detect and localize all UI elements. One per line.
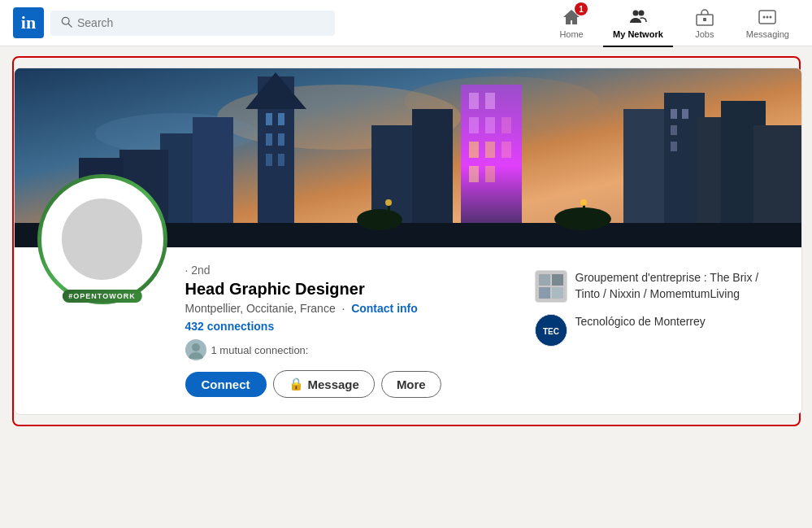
svg-rect-64: [552, 287, 563, 299]
avatar-placeholder: [62, 199, 142, 279]
svg-rect-32: [278, 154, 284, 166]
network-icon-wrap: [627, 7, 649, 28]
nav-item-messaging[interactable]: Messaging: [736, 7, 799, 39]
messaging-icon-wrap: [756, 7, 779, 28]
svg-rect-20: [469, 93, 479, 109]
svg-line-1: [68, 24, 72, 27]
more-button[interactable]: More: [381, 371, 441, 398]
svg-rect-63: [539, 287, 550, 299]
profile-card: #OPENTOWORK · 2nd Head Graphic Designer …: [14, 68, 802, 415]
svg-rect-24: [502, 117, 511, 133]
svg-rect-52: [502, 142, 511, 158]
my-network-label: My Network: [613, 29, 663, 39]
svg-point-47: [385, 199, 392, 206]
nav-item-jobs[interactable]: Jobs: [676, 7, 733, 39]
jobs-icon-wrap: [693, 7, 716, 28]
svg-rect-55: [671, 109, 677, 119]
svg-point-7: [763, 16, 766, 19]
open-to-work-label: #OPENTOWORK: [62, 290, 141, 303]
svg-point-42: [357, 209, 402, 230]
home-label: Home: [559, 29, 583, 39]
svg-rect-31: [266, 154, 272, 166]
search-input[interactable]: [77, 16, 324, 29]
mutual-connection: 1 mutual connection:: [185, 339, 535, 360]
svg-rect-57: [671, 125, 677, 135]
search-bar[interactable]: [50, 11, 335, 36]
svg-rect-48: [583, 205, 585, 223]
avatar-circle: [41, 178, 163, 300]
top-navigation: in 1 Home: [0, 0, 812, 46]
action-buttons: Connect 🔒 Message More: [185, 370, 535, 398]
svg-rect-61: [539, 274, 550, 286]
svg-point-49: [580, 199, 587, 206]
company-item-tec: TEC Tecnológico de Monterrey: [535, 314, 779, 347]
svg-point-8: [766, 16, 769, 19]
lock-icon: 🔒: [289, 377, 304, 391]
profile-location: Montpellier, Occitanie, France · Contact…: [185, 302, 535, 315]
home-icon-wrap: 1: [560, 7, 583, 28]
svg-rect-58: [671, 142, 677, 151]
company-logo-groupement: [535, 270, 567, 303]
home-badge: 1: [575, 2, 588, 15]
svg-rect-23: [485, 117, 495, 133]
linkedin-logo[interactable]: in: [13, 7, 44, 38]
profile-right: Groupement d'entreprise : The Brix / Tin…: [535, 264, 779, 358]
svg-rect-56: [682, 109, 688, 119]
nav-item-home[interactable]: 1 Home: [543, 7, 600, 39]
profile-title: Head Graphic Designer: [185, 280, 535, 299]
svg-point-9: [770, 16, 772, 19]
connections-count[interactable]: 432 connections: [185, 320, 535, 333]
message-button[interactable]: 🔒 Message: [273, 370, 375, 398]
jobs-label: Jobs: [695, 29, 714, 39]
company-name-groupement: Groupement d'entreprise : The Brix / Tin…: [575, 270, 779, 302]
svg-rect-54: [485, 166, 495, 182]
search-icon: [61, 16, 72, 30]
svg-text:TEC: TEC: [543, 327, 559, 336]
svg-point-3: [638, 11, 644, 16]
nav-items: 1 Home My Network: [543, 7, 799, 39]
mutual-avatar: [185, 339, 206, 360]
svg-rect-22: [469, 117, 479, 133]
svg-rect-30: [278, 133, 284, 146]
connection-degree: · 2nd: [185, 264, 535, 277]
nav-item-my-network[interactable]: My Network: [603, 7, 673, 39]
svg-rect-50: [469, 142, 479, 158]
profile-card-border: #OPENTOWORK · 2nd Head Graphic Designer …: [12, 56, 801, 426]
messaging-label: Messaging: [746, 29, 789, 39]
connect-button[interactable]: Connect: [185, 372, 267, 397]
svg-rect-46: [388, 205, 390, 223]
svg-rect-51: [485, 142, 495, 158]
company-logo-tec: TEC: [535, 314, 567, 347]
svg-rect-5: [703, 18, 706, 21]
company-name-tec: Tecnológico de Monterrey: [575, 314, 706, 330]
svg-rect-53: [469, 166, 479, 182]
svg-point-2: [632, 11, 638, 16]
svg-rect-62: [552, 274, 563, 286]
contact-info-link[interactable]: Contact info: [351, 302, 418, 315]
company-item-groupement: Groupement d'entreprise : The Brix / Tin…: [535, 270, 779, 303]
svg-rect-29: [266, 133, 272, 146]
svg-rect-27: [266, 113, 272, 125]
open-to-work-ring: #OPENTOWORK: [37, 174, 167, 304]
profile-avatar: #OPENTOWORK: [37, 174, 167, 304]
svg-point-59: [192, 343, 200, 351]
svg-rect-21: [485, 93, 495, 109]
svg-rect-28: [278, 113, 284, 125]
profile-left: · 2nd Head Graphic Designer Montpellier,…: [185, 264, 535, 398]
